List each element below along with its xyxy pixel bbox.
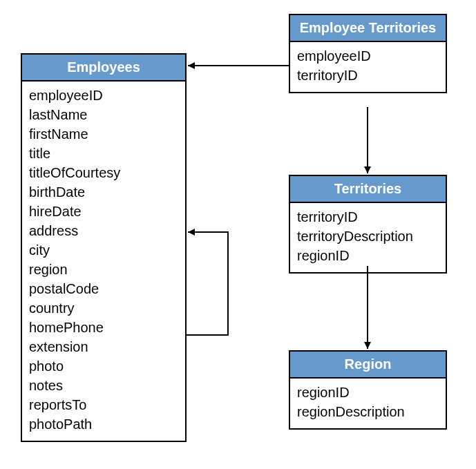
field: territoryID: [297, 207, 439, 227]
entity-region-header: Region: [290, 352, 446, 379]
field: regionID: [297, 383, 439, 402]
field: employeeID: [29, 86, 178, 105]
field: photo: [29, 356, 178, 376]
entity-region: Region regionID regionDescription: [289, 350, 447, 430]
field: birthDate: [29, 182, 178, 202]
field: title: [29, 144, 178, 163]
entity-territories: Territories territoryID territoryDescrip…: [289, 175, 447, 274]
field: regionID: [297, 246, 439, 265]
field: lastName: [29, 105, 178, 124]
entity-employee-territories-header: Employee Territories: [290, 15, 446, 42]
field: photoPath: [29, 414, 178, 434]
field: country: [29, 298, 178, 318]
field: employeeID: [297, 46, 439, 66]
rel-employees-self: [187, 232, 228, 335]
field: regionDescription: [297, 402, 439, 421]
entity-employees-body: employeeID lastName firstName title titl…: [22, 82, 185, 441]
entity-region-body: regionID regionDescription: [290, 379, 446, 428]
entity-employee-territories: Employee Territories employeeID territor…: [289, 14, 447, 93]
field: hireDate: [29, 202, 178, 221]
entity-territories-header: Territories: [290, 176, 446, 203]
field: territoryID: [297, 66, 439, 85]
field: titleOfCourtesy: [29, 163, 178, 182]
entity-employees-header: Employees: [22, 55, 185, 82]
field: notes: [29, 376, 178, 395]
field: region: [29, 260, 178, 279]
field: territoryDescription: [297, 227, 439, 246]
entity-employee-territories-body: employeeID territoryID: [290, 42, 446, 92]
field: firstName: [29, 124, 178, 144]
field: extension: [29, 337, 178, 356]
field: city: [29, 240, 178, 260]
field: homePhone: [29, 318, 178, 337]
field: postalCode: [29, 279, 178, 298]
entity-employees: Employees employeeID lastName firstName …: [21, 53, 187, 442]
field: reportsTo: [29, 395, 178, 414]
entity-territories-body: territoryID territoryDescription regionI…: [290, 203, 446, 272]
field: address: [29, 221, 178, 240]
